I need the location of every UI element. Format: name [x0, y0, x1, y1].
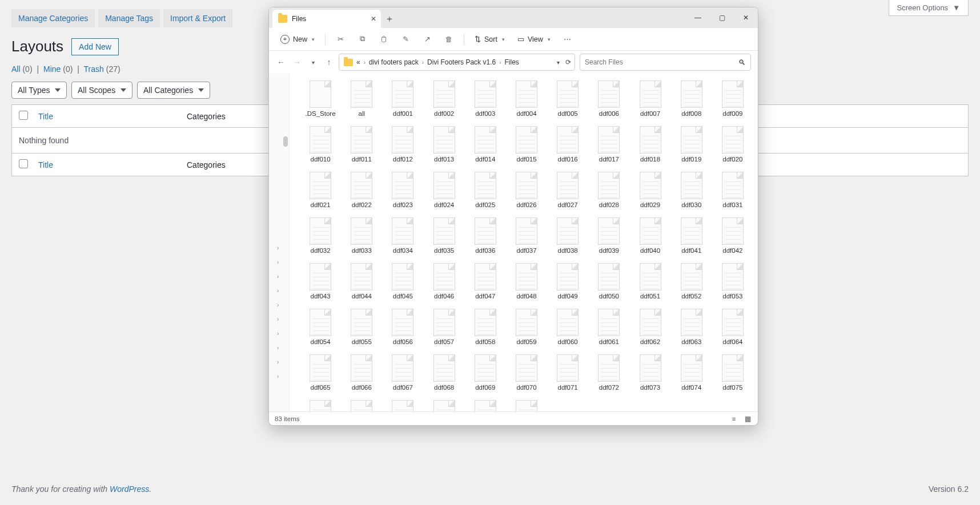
file-item[interactable]: ddf034 [382, 216, 423, 255]
file-item[interactable]: ddf032 [300, 216, 341, 255]
minimize-button[interactable]: — [686, 7, 710, 28]
close-window-button[interactable]: ✕ [734, 7, 758, 28]
paste-button[interactable]: 📋︎ [375, 33, 393, 46]
column-title-header[interactable]: Title [38, 112, 53, 121]
types-select[interactable]: All Types [11, 82, 67, 99]
file-item[interactable]: ddf068 [424, 353, 465, 392]
file-item[interactable]: ddf006 [588, 79, 629, 118]
explorer-tab[interactable]: Files ✕ [272, 10, 381, 28]
file-item[interactable]: ddf005 [547, 79, 588, 118]
chevron-right-icon[interactable]: › [277, 316, 279, 322]
copy-button[interactable]: ⧉ [353, 33, 371, 46]
select-all-checkbox[interactable] [19, 111, 28, 120]
share-button[interactable]: ↗ [418, 33, 436, 46]
filter-mine-link[interactable]: Mine [43, 64, 61, 74]
maximize-button[interactable]: ▢ [710, 7, 734, 28]
icons-view-icon[interactable]: ▦ [743, 415, 752, 423]
file-item[interactable]: ddf044 [341, 262, 382, 301]
chevron-right-icon[interactable]: › [277, 245, 279, 251]
forward-button[interactable]: → [292, 58, 302, 67]
file-item[interactable]: ddf049 [547, 262, 588, 301]
cut-button[interactable]: ✂ [331, 33, 350, 46]
filter-trash-link[interactable]: Trash [84, 64, 104, 74]
file-item[interactable]: ddf042 [712, 216, 753, 255]
file-item[interactable]: ddf019 [671, 125, 712, 164]
file-item[interactable]: ddf012 [382, 125, 423, 164]
chevron-right-icon[interactable]: › [277, 359, 279, 365]
breadcrumb-item[interactable]: divi footers pack [369, 58, 419, 66]
search-icon[interactable]: 🔍︎ [738, 58, 746, 67]
file-item[interactable]: ddf031 [712, 171, 753, 209]
search-box[interactable]: 🔍︎ [580, 54, 751, 71]
file-item[interactable]: ddf077 [341, 399, 382, 411]
file-item[interactable]: ddf025 [465, 171, 506, 209]
file-item[interactable]: ddf059 [506, 308, 547, 346]
file-item[interactable]: ddf071 [547, 353, 588, 392]
address-bar[interactable]: « › divi footers pack › Divi Footers Pac… [339, 54, 575, 71]
select-all-checkbox-bottom[interactable] [19, 159, 28, 168]
new-button[interactable]: + New ▾ [276, 33, 319, 46]
file-item[interactable]: ddf060 [547, 308, 588, 346]
file-item[interactable]: ddf070 [506, 353, 547, 392]
file-item[interactable]: ddf028 [588, 171, 629, 209]
file-item[interactable]: ddf029 [629, 171, 670, 209]
file-item[interactable]: ddf030 [671, 171, 712, 209]
file-item[interactable]: ddf046 [424, 262, 465, 301]
file-item[interactable]: ddf054 [300, 308, 341, 346]
file-item[interactable]: ddf004 [506, 79, 547, 118]
file-item[interactable]: ddf045 [382, 262, 423, 301]
file-item[interactable]: ddf007 [629, 79, 670, 118]
view-button[interactable]: ▭ View ▾ [513, 33, 555, 46]
file-item[interactable]: ddf074 [671, 353, 712, 392]
file-item[interactable]: ddf018 [629, 125, 670, 164]
add-new-button[interactable]: Add New [71, 38, 119, 55]
file-item[interactable]: ddf037 [506, 216, 547, 255]
up-button[interactable]: ↑ [324, 58, 334, 67]
refresh-button[interactable]: ⟳ [565, 58, 571, 66]
file-item[interactable]: ddf036 [465, 216, 506, 255]
new-tab-button[interactable]: ＋ [381, 10, 398, 28]
file-item[interactable]: ddf039 [588, 216, 629, 255]
file-item[interactable]: ddf021 [300, 171, 341, 209]
file-item[interactable]: ddf069 [465, 353, 506, 392]
file-item[interactable]: ddf010 [300, 125, 341, 164]
file-item[interactable]: ddf076 [300, 399, 341, 411]
file-item[interactable]: ddf064 [712, 308, 753, 346]
manage-categories-button[interactable]: Manage Categories [11, 9, 95, 27]
scopes-select[interactable]: All Scopes [71, 82, 132, 99]
file-item[interactable]: ddf001 [382, 79, 423, 118]
screen-options-toggle[interactable]: Screen Options ▼ [889, 0, 969, 16]
explorer-sidebar[interactable]: › › › › › › › › › › [269, 74, 290, 411]
file-item[interactable]: ddf015 [506, 125, 547, 164]
file-item[interactable]: ddf033 [341, 216, 382, 255]
file-item[interactable]: ddf009 [712, 79, 753, 118]
breadcrumb-item[interactable]: Files [504, 58, 519, 66]
back-button[interactable]: ← [276, 58, 286, 67]
file-item[interactable]: ddf016 [547, 125, 588, 164]
file-item[interactable]: ddf081 [506, 399, 547, 411]
file-item[interactable]: ddf061 [588, 308, 629, 346]
import-export-button[interactable]: Import & Export [163, 9, 232, 27]
file-item[interactable]: ddf073 [629, 353, 670, 392]
file-item[interactable]: ddf020 [712, 125, 753, 164]
file-item[interactable]: ddf040 [629, 216, 670, 255]
file-item[interactable]: ddf080 [465, 399, 506, 411]
breadcrumb-item[interactable]: Divi Footers Pack v1.6 [427, 58, 496, 66]
file-item[interactable]: ddf058 [465, 308, 506, 346]
chevron-right-icon[interactable]: › [277, 373, 279, 379]
filter-all-link[interactable]: All [11, 64, 21, 74]
tab-close-icon[interactable]: ✕ [371, 15, 376, 23]
file-item[interactable]: .DS_Store [300, 79, 341, 118]
chevron-right-icon[interactable]: › [277, 345, 279, 351]
chevron-right-icon[interactable]: › [277, 288, 279, 294]
file-item[interactable]: ddf011 [341, 125, 382, 164]
file-item[interactable]: ddf050 [588, 262, 629, 301]
delete-button[interactable]: 🗑︎ [440, 33, 458, 46]
file-item[interactable]: ddf063 [671, 308, 712, 346]
breadcrumb-overflow[interactable]: « [356, 58, 360, 66]
file-item[interactable]: ddf051 [629, 262, 670, 301]
file-item[interactable]: ddf013 [424, 125, 465, 164]
sort-button[interactable]: ⇅ Sort ▾ [470, 33, 509, 46]
file-item[interactable]: ddf048 [506, 262, 547, 301]
file-item[interactable]: ddf052 [671, 262, 712, 301]
